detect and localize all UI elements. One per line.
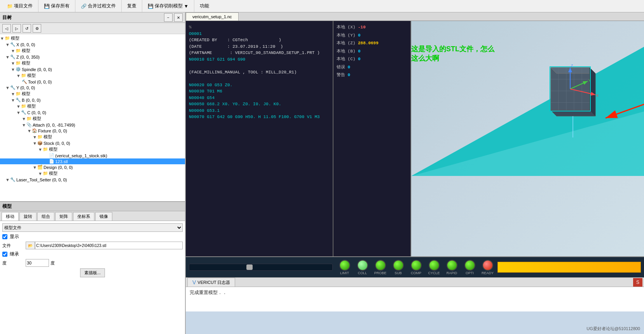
tree-toggle[interactable]: ▼	[5, 177, 10, 182]
log-content: 完成重置模型．．	[186, 287, 644, 311]
show-label: 显示	[10, 233, 19, 240]
tab-rotate[interactable]: 旋转	[19, 212, 37, 221]
tree-toggle[interactable]: ▼	[11, 98, 16, 103]
tab-move[interactable]: 移动	[2, 212, 19, 221]
inherit-checkbox[interactable]	[2, 252, 7, 257]
review-btn[interactable]: 复查	[125, 2, 139, 10]
tree-toggle[interactable]: ▼	[5, 42, 10, 47]
tree-indent	[0, 92, 5, 96]
tree-item-icon: 📁	[5, 36, 10, 41]
project-file-btn[interactable]: 📁 项目文件	[5, 2, 35, 10]
tolerance-input[interactable]	[26, 259, 49, 267]
function-btn[interactable]: 功能	[197, 2, 211, 10]
tab-matrix[interactable]: 矩阵	[55, 212, 72, 221]
nc-file-tab[interactable]: vericutm_setup_1.nc	[186, 12, 239, 21]
tree-item-icon: 📁	[16, 91, 21, 96]
tree-toggle[interactable]: ▼	[0, 36, 5, 41]
tree-indent	[0, 42, 5, 47]
tree-item[interactable]: 🔨Tool (0, 0, 0)	[0, 79, 185, 85]
tree-item[interactable]: ▼📁模型	[0, 170, 185, 177]
nc-code-line: %	[189, 24, 330, 31]
tree-toggle[interactable]: ▼	[5, 55, 10, 59]
log-tab[interactable]: V VERICUT 日志器	[187, 278, 235, 287]
tree-indent	[5, 61, 11, 66]
tree-item[interactable]: ▼📁模型	[0, 47, 185, 54]
tab-coord[interactable]: 坐标系	[73, 212, 94, 221]
tree-item[interactable]: ▼📁模型	[0, 103, 185, 110]
tree-toggle[interactable]: ▼	[33, 165, 37, 170]
save-model-btn[interactable]: 💾 保存切削模型 ▼	[145, 2, 191, 10]
tree-item[interactable]: 📄(vericut_setup_1_stock.stk)	[0, 153, 185, 158]
tree-item[interactable]: ▼🗂️Design (0, 0, 0)	[0, 164, 185, 170]
file-browse-icon[interactable]: 📂	[26, 242, 35, 249]
tree-forward-btn[interactable]: ▷	[12, 24, 21, 33]
tree-settings-btn[interactable]: ⚙	[33, 24, 41, 33]
tree-toggle[interactable]: ▼	[11, 67, 16, 72]
tree-toggle[interactable]: ▼	[38, 171, 43, 176]
viewport-3d[interactable]: 这是导入的STL文件，怎么这么大啊	[411, 21, 644, 256]
tree-toggle[interactable]: ▼	[22, 123, 26, 127]
tree-toggle[interactable]: ▼	[33, 141, 37, 146]
tree-toggle[interactable]: ▼	[33, 135, 37, 139]
tree-toggle[interactable]: ▼	[22, 117, 26, 121]
tree-toggle[interactable]: ▼	[11, 92, 16, 96]
tree-indent	[11, 80, 16, 84]
tree-item[interactable]: ▼📁模型	[0, 115, 185, 122]
tree-item[interactable]: ▼🔧X (0, 0, 0)	[0, 42, 185, 47]
tree-indent	[33, 171, 38, 176]
tree-back-btn[interactable]: ◁	[2, 24, 11, 33]
tree-item-label: 模型	[22, 60, 30, 66]
tree-item[interactable]: ▼📁模型	[0, 146, 185, 153]
progress-track[interactable]	[189, 264, 333, 271]
cycle-light	[429, 260, 440, 271]
tree-item[interactable]: ▼📁模型	[0, 60, 185, 66]
tree-item[interactable]: ▼📁模型	[0, 134, 185, 140]
tree-item-icon: 📁	[21, 104, 26, 109]
tree-item[interactable]: ▼📁模型	[0, 72, 185, 79]
tree-toggle[interactable]: ▼	[5, 85, 10, 90]
tree-close-btn[interactable]: ✕	[174, 13, 183, 22]
tab-mirror[interactable]: 镜像	[95, 212, 112, 221]
tree-item-icon: 📁	[43, 147, 48, 152]
tree-item[interactable]: ▼🔧Laser_Tool_Setter (0, 0, 0)	[0, 177, 185, 183]
tree-item[interactable]: ▼⚙️Spindle (0, 0, 0)	[0, 66, 185, 72]
tree-indent	[0, 159, 5, 164]
log-close-btn[interactable]: S	[633, 278, 642, 287]
tree-item[interactable]: ▼🔧Z (0, 0, 350)	[0, 54, 185, 60]
tree-toggle[interactable]: ▼	[16, 110, 21, 115]
save-all-btn[interactable]: 💾 保存所有	[42, 2, 72, 10]
tree-toggle[interactable]: ▼	[16, 104, 21, 109]
tree-toggle[interactable]: ▼	[11, 61, 16, 66]
progress-thumb[interactable]	[246, 264, 253, 270]
ready-label: READY	[482, 271, 494, 275]
show-checkbox[interactable]	[2, 234, 7, 239]
tree-toggle-placeholder	[16, 80, 22, 84]
tab-combine[interactable]: 组合	[37, 212, 54, 221]
tree-indent	[11, 129, 16, 133]
error-entry: 错误 0	[337, 64, 407, 71]
sketch-btn[interactable]: 素描板...	[80, 268, 105, 277]
model-file-select[interactable]: 模型文件	[2, 223, 183, 232]
tree-item[interactable]: ▼📁模型	[0, 35, 185, 42]
tree-toggle[interactable]: ▼	[38, 147, 43, 152]
tree-indent	[27, 141, 33, 146]
tree-item[interactable]: ▼🔧Y (0, 0, 0)	[0, 85, 185, 90]
tree-toggle[interactable]: ▼	[27, 129, 32, 133]
tree-item[interactable]: ▼🏠Fixture (0, 0, 0)	[0, 128, 185, 134]
tree-item[interactable]: ▼📦Stock (0, 0, 0)	[0, 140, 185, 146]
tree-item[interactable]: ▼📎Attach (0, 0, -81.7499)	[0, 122, 185, 128]
tree-item[interactable]: ▼🔧B (0, 0, 0)	[0, 97, 185, 103]
tree-item[interactable]: ▼🔧C (0, 0, 0)	[0, 110, 185, 115]
toolbar-group-merge: 🔗 合并过程文件	[75, 0, 122, 12]
tree-indent	[5, 92, 11, 96]
file-path-input[interactable]	[35, 242, 183, 249]
merge-btn[interactable]: 🔗 合并过程文件	[79, 2, 118, 10]
tree-item[interactable]: ▼📁模型	[0, 90, 185, 97]
nc-code-line: N00030 T01 M6	[189, 88, 330, 95]
tree-toggle[interactable]: ▼	[16, 73, 21, 78]
tree-refresh-btn[interactable]: ↺	[23, 24, 31, 33]
tree-indent	[5, 117, 11, 121]
tree-item[interactable]: 📄123.stl	[0, 158, 185, 164]
tree-toggle[interactable]: ▼	[11, 49, 16, 53]
tree-minimize-btn[interactable]: −	[164, 13, 173, 22]
